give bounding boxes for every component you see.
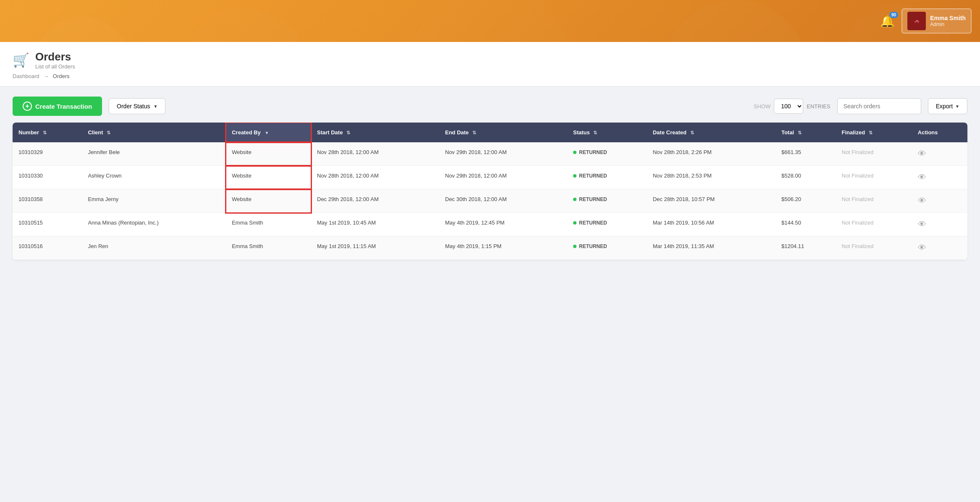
status-badge: RETURNED	[573, 243, 607, 249]
sort-icon-start-date: ⇅	[346, 130, 350, 136]
breadcrumb-current: Orders	[53, 73, 70, 79]
cell-client: Emma Jerny	[82, 189, 226, 213]
col-header-status[interactable]: Status ⇅	[567, 123, 647, 142]
cell-actions: 👁	[912, 236, 967, 260]
table-header-row: Number ⇅ Client ⇅ Created By ▼ Start Dat…	[13, 123, 967, 142]
table-row: 10310516 Jen Ren Emma Smith May 1st 2019…	[13, 236, 967, 260]
col-header-date-created[interactable]: Date Created ⇅	[647, 123, 776, 142]
view-icon[interactable]: 👁	[918, 243, 926, 252]
main-content: + Create Transaction Order Status ▼ SHOW…	[0, 86, 980, 270]
sort-icon-number: ⇅	[43, 130, 47, 136]
orders-table: Number ⇅ Client ⇅ Created By ▼ Start Dat…	[13, 123, 967, 260]
cell-date-created: Nov 28th 2018, 2:26 PM	[647, 142, 776, 166]
svg-point-3	[661, 0, 808, 42]
table-row: 10310358 Emma Jerny Website Dec 29th 201…	[13, 189, 967, 213]
dropdown-arrow-icon: ▼	[153, 104, 157, 109]
cell-start-date: Dec 29th 2018, 12:00 AM	[311, 189, 439, 213]
toolbar: + Create Transaction Order Status ▼ SHOW…	[13, 97, 967, 116]
cell-end-date: Nov 29th 2018, 12:00 AM	[439, 142, 567, 166]
cell-status: RETURNED	[567, 213, 647, 236]
table-row: 10310330 Ashley Crown Website Nov 28th 2…	[13, 166, 967, 189]
cell-status: RETURNED	[567, 189, 647, 213]
cell-total: $528.00	[776, 166, 836, 189]
sort-icon-client: ⇅	[107, 130, 110, 136]
page-title: Orders	[35, 50, 75, 63]
cell-end-date: May 4th 2019, 12:45 PM	[439, 213, 567, 236]
orders-table-container: Number ⇅ Client ⇅ Created By ▼ Start Dat…	[13, 123, 967, 260]
sort-icon-end-date: ⇅	[472, 130, 476, 136]
cell-status: RETURNED	[567, 142, 647, 166]
cell-finalized: Not Finalized	[836, 213, 912, 236]
status-badge: RETURNED	[573, 220, 607, 226]
sort-icon-total: ⇅	[798, 130, 802, 136]
svg-point-1	[180, 8, 310, 42]
table-row: 10310329 Jennifer Bele Website Nov 28th …	[13, 142, 967, 166]
order-status-filter[interactable]: Order Status ▼	[109, 98, 165, 114]
page-title-section: 🛒 Orders List of all Orders Dashboard → …	[0, 42, 980, 86]
cell-start-date: May 1st 2019, 10:45 AM	[311, 213, 439, 236]
user-info[interactable]: 🚗 Emma Smith Admin	[901, 8, 972, 34]
header: 🔔 90 🚗 Emma Smith Admin	[0, 0, 980, 42]
status-dot	[573, 198, 576, 201]
entries-label: ENTRIES	[807, 103, 830, 110]
svg-point-2	[409, 0, 572, 42]
cell-end-date: Nov 29th 2018, 12:00 AM	[439, 166, 567, 189]
cell-date-created: Nov 28th 2018, 2:53 PM	[647, 166, 776, 189]
cell-number: 10310358	[13, 189, 82, 213]
breadcrumb: Dashboard → Orders	[13, 73, 967, 79]
notification-badge: 90	[889, 12, 898, 18]
show-entries-group: SHOW 100 25 50 200 ENTRIES	[754, 99, 831, 114]
cell-start-date: Nov 28th 2018, 12:00 AM	[311, 166, 439, 189]
cell-date-created: Dec 28th 2018, 10:57 PM	[647, 189, 776, 213]
col-header-end-date[interactable]: End Date ⇅	[439, 123, 567, 142]
cell-status: RETURNED	[567, 236, 647, 260]
status-dot	[573, 151, 576, 154]
cell-actions: 👁	[912, 213, 967, 236]
export-button[interactable]: Export ▼	[928, 98, 967, 114]
status-badge: RETURNED	[573, 173, 607, 179]
col-header-created-by[interactable]: Created By ▼	[226, 123, 311, 142]
cell-start-date: Nov 28th 2018, 12:00 AM	[311, 142, 439, 166]
cell-finalized: Not Finalized	[836, 236, 912, 260]
cell-client: Anna Minas (Rentopian, Inc.)	[82, 213, 226, 236]
search-input[interactable]	[837, 98, 921, 114]
status-badge: RETURNED	[573, 149, 607, 155]
breadcrumb-separator: →	[43, 73, 49, 79]
svg-point-0	[33, 16, 131, 42]
cell-client: Ashley Crown	[82, 166, 226, 189]
cell-created-by: Website	[226, 166, 311, 189]
user-role: Admin	[930, 21, 966, 27]
entries-select[interactable]: 100 25 50 200	[774, 99, 803, 114]
sort-icon-status: ⇅	[593, 130, 597, 136]
cell-actions: 👁	[912, 166, 967, 189]
view-icon[interactable]: 👁	[918, 220, 926, 229]
cell-created-by: Website	[226, 189, 311, 213]
view-icon[interactable]: 👁	[918, 149, 926, 158]
col-header-finalized[interactable]: Finalized ⇅	[836, 123, 912, 142]
cell-client: Jennifer Bele	[82, 142, 226, 166]
cell-end-date: Dec 30th 2018, 12:00 AM	[439, 189, 567, 213]
notification-bell[interactable]: 🔔 90	[880, 14, 895, 28]
breadcrumb-home[interactable]: Dashboard	[13, 73, 39, 79]
cell-created-by: Website	[226, 142, 311, 166]
export-dropdown-icon: ▼	[955, 104, 959, 109]
col-header-client[interactable]: Client ⇅	[82, 123, 226, 142]
cell-actions: 👁	[912, 189, 967, 213]
cell-finalized: Not Finalized	[836, 189, 912, 213]
col-header-start-date[interactable]: Start Date ⇅	[311, 123, 439, 142]
view-icon[interactable]: 👁	[918, 196, 926, 205]
col-header-number[interactable]: Number ⇅	[13, 123, 82, 142]
cell-number: 10310515	[13, 213, 82, 236]
sort-icon-finalized: ⇅	[869, 130, 873, 136]
cell-number: 10310330	[13, 166, 82, 189]
cell-status: RETURNED	[567, 166, 647, 189]
sort-icon-date-created: ⇅	[690, 130, 694, 136]
view-icon[interactable]: 👁	[918, 173, 926, 182]
user-name: Emma Smith	[930, 15, 966, 21]
cell-number: 10310329	[13, 142, 82, 166]
status-dot	[573, 245, 576, 248]
create-transaction-button[interactable]: + Create Transaction	[13, 97, 102, 116]
cell-created-by: Emma Smith	[226, 236, 311, 260]
col-header-total[interactable]: Total ⇅	[776, 123, 836, 142]
status-badge: RETURNED	[573, 196, 607, 202]
